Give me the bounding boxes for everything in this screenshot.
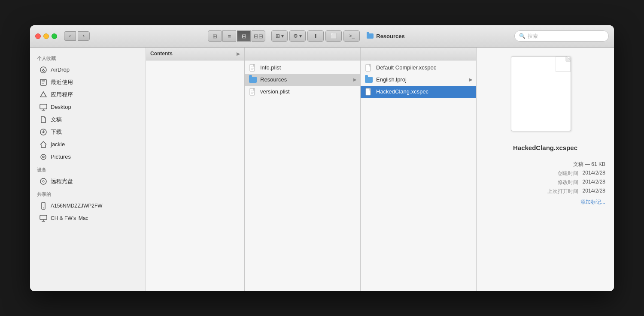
main-content: 个人收藏 AirDrop 最近使用 应用程序 [30,48,614,291]
plist-icon [249,64,257,72]
version-plist-icon [249,88,257,96]
preview-panel: HackedClang.xcspec 文稿 — 61 KB 创建时间 2014/… [477,48,614,291]
preview-filename: HackedClang.xcspec [513,144,577,151]
favorites-label: 个人收藏 [30,52,146,63]
window-title: Resources [376,33,404,39]
imac-label: CH & FW's iMac [51,215,88,221]
optical-icon [39,178,47,185]
sidebar-item-jackie[interactable]: jackie [33,138,143,150]
search-placeholder: 搜索 [528,33,538,40]
column-view-button[interactable]: ⊟ [237,30,251,42]
kind-size-row: 文稿 — 61 KB [485,160,605,169]
titlebar: ‹ › ⊞ ≡ ⊟ ⊟⊟ ⊞ ▾ ⚙ ▾ ⬆ ⬜ >_ Resources [30,25,614,48]
column-1-header: Contents ▶ [146,48,244,60]
created-value: 2014/2/28 [583,170,605,177]
sidebar-item-optical[interactable]: 远程光盘 [33,175,143,187]
modified-label: 修改时间 [558,179,578,186]
col3-item-hackedclang[interactable]: HackedClang.xcspec [361,86,476,98]
devices-label: 设备 [30,163,146,175]
svg-rect-12 [250,64,255,71]
search-box[interactable]: 🔍 搜索 [514,30,609,42]
version-plist-label: version.plist [260,88,290,95]
opened-value: 2014/2/28 [583,188,605,195]
documents-icon [39,116,47,123]
share-button[interactable]: ⬆ [307,30,324,42]
sidebar-item-imac[interactable]: CH & FW's iMac [33,212,143,224]
sidebar-item-applications[interactable]: 应用程序 [33,89,143,101]
toolbar-center: ⊞ ≡ ⊟ ⊟⊟ ⊞ ▾ ⚙ ▾ ⬆ ⬜ >_ Resources [93,30,511,42]
col2-item-resources[interactable]: Resources ▶ [245,74,360,86]
created-row: 创建时间 2014/2/28 [485,169,605,178]
modified-row: 修改时间 2014/2/28 [485,178,605,187]
list-view-button[interactable]: ≡ [222,30,236,42]
forward-button[interactable]: › [78,31,90,41]
column-1-items [146,60,244,291]
imac-icon [39,214,47,222]
english-lproj-folder-icon [365,76,373,84]
svg-point-1 [43,71,44,72]
sidebar-item-recents[interactable]: 最近使用 [33,76,143,88]
jackie-label: jackie [51,141,65,147]
sidebar-item-downloads[interactable]: 下载 [33,126,143,138]
sidebar-item-pictures[interactable]: Pictures [33,151,143,163]
traffic-lights [35,33,57,39]
gallery-view-button[interactable]: ⊟⊟ [252,30,265,42]
sidebar-item-documents[interactable]: 文稿 [33,114,143,126]
shared-label: 共享的 [30,188,146,199]
kind-size-value: 文稿 — 61 KB [573,161,605,168]
svg-rect-11 [40,215,47,220]
svg-point-5 [41,154,46,160]
sidebar-item-a156[interactable]: A156NMDZZJWP2FW [33,200,143,212]
col2-item-version-plist[interactable]: version.plist [245,86,360,98]
phone-icon [39,202,47,210]
column-1-title: Contents [150,51,173,57]
svg-rect-20 [366,64,371,71]
col3-item-default-compiler[interactable]: Default Compiler.xcspec [361,62,476,74]
sidebar: 个人收藏 AirDrop 最近使用 应用程序 [30,48,146,291]
maximize-button[interactable] [52,33,57,39]
tag-button[interactable]: ⬜ [325,30,342,42]
column-2-items: Info.plist Resources ▶ version.plist [245,60,360,291]
sidebar-item-desktop[interactable]: Desktop [33,101,143,113]
hackedclang-label: HackedClang.xcspec [376,88,428,95]
xcspec-icon-1 [365,64,373,72]
resources-arrow: ▶ [353,77,357,82]
view-options-button[interactable]: ⊞ ▾ [271,30,288,42]
applications-label: 应用程序 [51,91,73,99]
terminal-button[interactable]: >_ [343,30,360,42]
recents-label: 最近使用 [51,78,73,86]
doc-icon-shape [511,56,571,131]
icon-view-button[interactable]: ⊞ [208,30,222,42]
svg-rect-21 [366,88,371,95]
browser-area: Contents ▶ Info.plist [146,48,614,291]
col2-item-info-plist[interactable]: Info.plist [245,62,360,74]
desktop-icon [39,103,47,111]
preview-file-icon [511,56,580,138]
opened-label: 上次打开时间 [547,188,578,195]
home-icon [39,141,47,148]
modified-value: 2014/2/28 [583,179,605,186]
optical-label: 远程光盘 [51,178,73,185]
sidebar-item-airdrop[interactable]: AirDrop [33,64,143,76]
a156-label: A156NMDZZJWP2FW [51,203,103,209]
resources-label: Resources [260,76,287,83]
airdrop-icon [39,66,47,74]
col3-item-english-lproj[interactable]: English.lproj ▶ [361,74,476,86]
column-2: Info.plist Resources ▶ version.plist [245,48,361,291]
close-button[interactable] [35,33,41,39]
action-buttons: ⊞ ▾ ⚙ ▾ ⬆ ⬜ >_ [271,30,360,42]
airdrop-label: AirDrop [51,66,70,73]
back-button[interactable]: ‹ [64,31,76,41]
svg-marker-22 [556,57,571,72]
hackedclang-icon [365,88,373,96]
pictures-label: Pictures [51,153,71,160]
add-tag-link[interactable]: 添加标记... [485,199,605,206]
pictures-icon [39,153,47,161]
svg-point-8 [43,181,44,182]
svg-point-7 [40,178,46,184]
gear-button[interactable]: ⚙ ▾ [289,30,306,42]
downloads-label: 下载 [51,128,62,136]
default-compiler-label: Default Compiler.xcspec [376,64,436,71]
minimize-button[interactable] [43,33,49,39]
svg-point-6 [43,156,44,158]
